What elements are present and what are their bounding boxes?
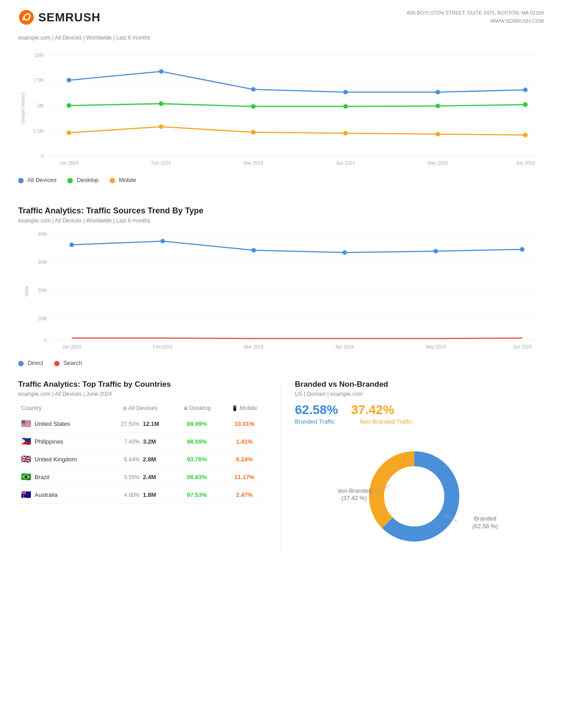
branded-title: Branded vs Non-Branded [295,380,544,389]
svg-point-34 [343,131,348,136]
country-name: United States [35,420,70,427]
svg-text:Apr 2024: Apr 2024 [335,344,354,349]
all-devices-cell: 7.40% 3.2M [108,433,172,450]
svg-point-22 [343,90,348,94]
svg-point-29 [435,104,440,108]
mobile-dot [110,178,115,183]
svg-point-36 [523,133,527,137]
country-cell: 🇬🇧 United Kingdom [18,450,108,468]
country-flag: 🇬🇧 [21,454,31,464]
logo-icon [18,9,35,25]
svg-point-55 [161,239,165,243]
svg-point-30 [523,102,527,107]
desktop-cell: 88.83% [172,468,222,486]
svg-text:2.5M: 2.5M [33,129,44,134]
svg-text:May 2024: May 2024 [428,161,448,166]
chart2-title: Traffic Analytics: Traffic Sources Trend… [18,206,544,216]
svg-point-24 [523,87,527,92]
country-flag: 🇺🇸 [21,419,31,429]
svg-text:Jun 2024: Jun 2024 [513,344,532,349]
legend-all-devices: All Devices [18,177,56,183]
legend-mobile: Mobile [110,177,137,183]
svg-text:May 2024: May 2024 [426,344,446,349]
col-country: Country [18,403,108,415]
address-line1: 800 BOYLSTON STREET, SUITE 2475, BOSTON,… [407,9,544,17]
page-header: SEMRUSH 800 BOYLSTON STREET, SUITE 2475,… [0,0,562,30]
all-devices-cell: 4.00% 1.8M [108,486,172,504]
table-row: 🇦🇺 Australia 4.00% 1.8M 97.53% 2.47% [18,486,267,504]
svg-point-59 [520,247,525,252]
table-row: 🇺🇸 United States 27.50% 12.1M 89.99% 10.… [18,415,267,433]
svg-text:Jan 2024: Jan 2024 [62,344,81,349]
logo: SEMRUSH [18,9,101,25]
search-dot [54,361,60,366]
header-address: 800 BOYLSTON STREET, SUITE 2475, BOSTON,… [407,9,544,25]
branded-panel: Branded vs Non-Branded US | Domain | exa… [281,380,544,553]
svg-point-57 [343,250,347,255]
svg-text:Feb 2024: Feb 2024 [153,344,172,349]
all-devices-dot [18,178,24,183]
country-cell: 🇧🇷 Brazil [18,468,108,486]
donut-nonbranded-text: Non-Branded [338,487,371,494]
svg-text:30M: 30M [38,260,46,265]
mobile-cell: 6.24% [222,450,267,468]
chart1-section: example.com | All Devices | Worldwide | … [0,30,562,192]
desktop-cell: 97.53% [172,486,222,504]
countries-filter: example.com | All Devices | June 2024 [18,391,267,397]
countries-panel: Traffic Analytics: Top Traffic by Countr… [18,380,281,553]
table-row: 🇧🇷 Brazil 5.55% 2.4M 88.83% 11.17% [18,468,267,486]
all-devices-cell: 27.50% 12.1M [108,415,172,433]
desktop-dot [67,178,73,183]
nonbranded-label: Non-Branded Traffic [359,418,412,425]
chart1-filter: example.com | All Devices | Worldwide | … [18,35,544,41]
chart1-container: 10M 7.5M 5M 2.5M 0 Unique Visitors Jan 2… [18,45,544,172]
svg-point-26 [159,101,163,106]
svg-point-58 [434,249,438,253]
country-name: United Kingdom [35,456,77,463]
country-name: Brazil [35,474,50,480]
col-desktop: 🖥 Desktop [172,403,222,415]
svg-text:10M: 10M [35,53,44,58]
country-flag: 🇵🇭 [21,436,31,446]
country-name: Australia [35,491,58,498]
svg-text:Mar 2024: Mar 2024 [244,344,263,349]
svg-text:0: 0 [44,338,47,343]
table-row: 🇬🇧 United Kingdom 6.44% 2.8M 93.76% 6.24… [18,450,267,468]
svg-text:Apr 2024: Apr 2024 [336,161,355,166]
svg-point-21 [251,87,256,91]
countries-title: Traffic Analytics: Top Traffic by Countr… [18,380,267,389]
mobile-cell: 10.01% [222,415,267,433]
legend-search: Search [54,359,82,366]
nonbranded-pct: 37.42% [351,403,394,417]
logo-text: SEMRUSH [38,10,101,25]
desktop-cell: 89.99% [172,415,222,433]
countries-table: Country ⊞ All Devices 🖥 Desktop 📱 Mobile [18,403,267,504]
donut-svg: Non-Branded (37.42 %) Branded (62.58 %) [338,435,501,553]
svg-point-19 [66,78,71,82]
svg-text:20M: 20M [38,288,46,293]
chart2-container: 40M 30M 20M 10M 0 Visits Jan 2024 Feb 20… [18,228,544,355]
branded-filter: US | Domain | example.com [295,391,544,397]
svg-point-25 [66,103,71,108]
svg-point-32 [159,124,163,129]
svg-point-27 [251,104,256,109]
svg-point-23 [435,90,440,94]
col-all-devices: ⊞ All Devices [108,403,172,415]
mobile-cell: 1.41% [222,433,267,450]
chart2-section: Traffic Analytics: Traffic Sources Trend… [0,192,562,375]
svg-text:7.5M: 7.5M [33,78,44,83]
all-devices-cell: 6.44% 2.8M [108,450,172,468]
mobile-cell: 11.17% [222,468,267,486]
desktop-cell: 98.59% [172,433,222,450]
svg-point-35 [435,132,440,136]
legend-direct: Direct [18,359,43,366]
svg-text:0: 0 [41,154,44,159]
chart2-legend: Direct Search [18,359,544,366]
svg-point-31 [66,131,71,135]
svg-text:5M: 5M [37,103,44,108]
direct-dot [18,361,24,366]
legend-desktop: Desktop [67,177,98,183]
svg-text:Mar 2024: Mar 2024 [243,161,263,166]
chart1-svg: 10M 7.5M 5M 2.5M 0 Unique Visitors Jan 2… [18,45,544,172]
country-flag: 🇧🇷 [21,472,31,482]
